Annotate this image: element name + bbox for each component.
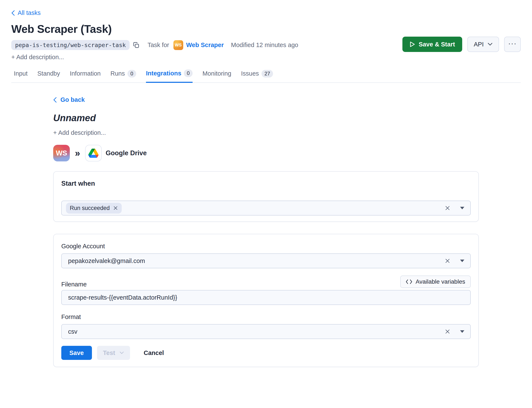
- chevron-left-icon: [11, 10, 15, 16]
- format-label: Format: [61, 314, 471, 321]
- start-when-select[interactable]: Run succeeded: [61, 201, 471, 215]
- tab-bar: Input Standby Information Runs0 Integrat…: [11, 69, 521, 83]
- all-tasks-label: All tasks: [18, 9, 41, 17]
- google-account-value: pepakozelvalek@gmail.com: [68, 257, 145, 264]
- integration-settings-card: Google Account pepakozelvalek@gmail.com …: [53, 234, 479, 367]
- modified-timestamp: Modified 12 minutes ago: [231, 42, 298, 49]
- save-and-start-label: Save & Start: [419, 41, 455, 48]
- google-drive-icon: [85, 145, 102, 162]
- form-actions: Save Test Cancel: [61, 346, 471, 360]
- copy-icon[interactable]: [133, 42, 140, 49]
- test-button[interactable]: Test: [97, 346, 130, 360]
- clear-select-icon[interactable]: [445, 258, 450, 264]
- remove-chip-icon[interactable]: [113, 206, 118, 210]
- tab-monitoring[interactable]: Monitoring: [202, 69, 231, 82]
- code-icon: [406, 279, 412, 284]
- run-succeeded-chip: Run succeeded: [66, 203, 122, 213]
- integrations-count-badge: 0: [184, 69, 193, 77]
- filename-input[interactable]: [61, 290, 471, 305]
- actor-ws-icon: WS: [174, 40, 183, 50]
- chevron-down-icon: [119, 351, 124, 354]
- ellipsis-icon: ···: [508, 39, 517, 48]
- task-for-label: Task for: [148, 42, 169, 49]
- start-when-title: Start when: [61, 180, 471, 187]
- page-title: Web Scraper (Task): [11, 23, 112, 35]
- integration-flow: WS » Google Drive: [53, 145, 479, 162]
- format-select[interactable]: csv: [61, 324, 471, 339]
- play-icon: [410, 41, 415, 48]
- tab-issues[interactable]: Issues27: [241, 69, 273, 82]
- add-description-link[interactable]: + Add description...: [11, 54, 64, 61]
- available-variables-button[interactable]: Available variables: [400, 276, 471, 288]
- tab-standby[interactable]: Standby: [37, 69, 60, 82]
- dropdown-caret-icon[interactable]: [460, 207, 464, 209]
- cancel-button[interactable]: Cancel: [144, 349, 164, 357]
- task-id-badge: pepa-is-testing/web-scraper-task: [11, 40, 130, 50]
- flow-arrow-icon: »: [75, 148, 80, 158]
- header-actions: Save & Start API ···: [402, 37, 521, 52]
- dropdown-caret-icon[interactable]: [460, 330, 464, 333]
- task-page: All tasks Web Scraper (Task) pepa-is-tes…: [0, 0, 532, 408]
- api-button[interactable]: API: [467, 37, 499, 52]
- tab-input[interactable]: Input: [14, 69, 28, 82]
- more-options-button[interactable]: ···: [504, 37, 521, 52]
- task-meta-row: pepa-is-testing/web-scraper-task Task fo…: [11, 40, 298, 50]
- chevron-left-icon: [53, 97, 57, 103]
- chevron-down-icon: [488, 42, 493, 46]
- google-account-select[interactable]: pepakozelvalek@gmail.com: [61, 253, 471, 268]
- api-label: API: [474, 41, 484, 48]
- actor-link[interactable]: Web Scraper: [186, 42, 224, 49]
- issues-count-badge: 27: [262, 70, 273, 77]
- integration-detail: Go back Unnamed + Add description... WS …: [53, 96, 479, 367]
- save-and-start-button[interactable]: Save & Start: [402, 37, 462, 52]
- tab-runs[interactable]: Runs0: [110, 69, 136, 82]
- target-name: Google Drive: [106, 149, 147, 157]
- tab-information[interactable]: Information: [70, 69, 101, 82]
- all-tasks-link[interactable]: All tasks: [11, 9, 41, 17]
- available-variables-label: Available variables: [416, 278, 465, 285]
- clear-select-icon[interactable]: [445, 205, 450, 211]
- source-actor-ws-icon: WS: [53, 145, 70, 162]
- start-when-card: Start when Run succeeded: [53, 171, 479, 222]
- go-back-link[interactable]: Go back: [53, 96, 479, 103]
- go-back-label: Go back: [60, 96, 85, 103]
- integration-name[interactable]: Unnamed: [53, 113, 479, 123]
- google-account-label: Google Account: [61, 243, 471, 250]
- add-description-link[interactable]: + Add description...: [53, 129, 479, 136]
- clear-select-icon[interactable]: [445, 329, 450, 334]
- tab-integrations[interactable]: Integrations0: [146, 69, 193, 83]
- runs-count-badge: 0: [127, 70, 136, 77]
- save-button[interactable]: Save: [61, 346, 92, 360]
- format-value: csv: [68, 328, 77, 335]
- filename-label: Filename: [61, 281, 87, 288]
- dropdown-caret-icon[interactable]: [460, 260, 464, 262]
